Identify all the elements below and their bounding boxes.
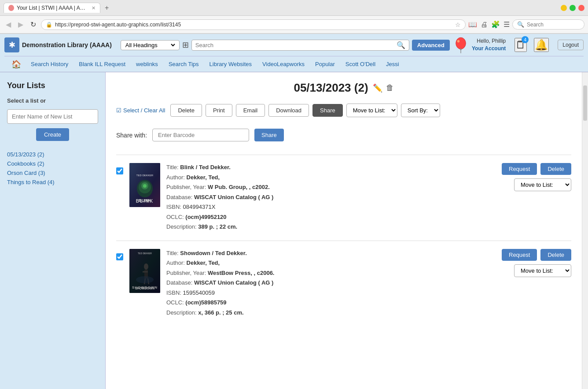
book-item-0: TED DEKKER BLINK Title: Blink / Ted Dekk… — [116, 155, 571, 241]
sidebar-subtitle: Select a list or — [7, 97, 98, 104]
library-name: Demonstration Library (AAAA) — [22, 41, 112, 48]
browser-tab-active[interactable]: Your List | STWI | AAAA | Auto-... ✕ — [4, 3, 100, 13]
share-submit-button[interactable]: Share — [254, 129, 284, 141]
nav-videoleapworks[interactable]: VideoLeapworks — [257, 58, 310, 70]
nav-popular[interactable]: Popular — [310, 58, 340, 70]
nav-home-icon[interactable]: 🏠 — [7, 58, 26, 71]
book-oclc-1: (ocm)58985759 — [185, 299, 226, 306]
book-oclc-line-1: OCLC: (ocm)58985759 — [166, 298, 486, 307]
book-isbn-1: 1595540059 — [183, 289, 215, 296]
move-to-list-select[interactable]: Move to List: — [346, 104, 397, 117]
window-minimize[interactable] — [561, 5, 567, 11]
share-barcode-input[interactable] — [152, 129, 249, 141]
browser-search-box[interactable]: 🔍 — [512, 19, 584, 30]
menu-icon[interactable]: ☰ — [503, 20, 510, 29]
sidebar-list-item-3[interactable]: Things to Read (4) — [7, 178, 98, 187]
extensions-icon[interactable]: 🧩 — [491, 20, 500, 29]
back-button[interactable]: ◀ — [4, 19, 13, 30]
book-desc-1: x, 366 p. ; 25 cm. — [198, 309, 243, 316]
main-content: Your Lists Select a list or Create 05/13… — [0, 72, 588, 389]
select-clear-all-link[interactable]: ☑ Select / Clear All — [116, 107, 165, 114]
browser-toolbar-icons: 📖 🖨 🧩 ☰ — [468, 20, 510, 29]
forward-button[interactable]: ▶ — [16, 19, 26, 30]
list-items: 05/13/2023 (2) Cookbooks (2) Orson Card … — [7, 150, 98, 187]
balloon-svg — [454, 36, 467, 54]
book-item-1: TED DEKKER SHOWDOWN Title: Showdown / Te… — [116, 241, 571, 326]
reader-icon[interactable]: 📖 — [468, 20, 477, 29]
new-list-name-input[interactable] — [7, 109, 98, 124]
select-clear-label: Select / Clear All — [123, 107, 165, 114]
nav-library-websites[interactable]: Library Websites — [204, 58, 257, 70]
scroll-thumb[interactable] — [583, 85, 587, 121]
book-cover-1: TED DEKKER SHOWDOWN — [129, 249, 160, 293]
email-action-button[interactable]: Email — [236, 104, 265, 117]
print-action-button[interactable]: Print — [206, 104, 232, 117]
book-desc-line-1: Description: x, 366 p. ; 25 cm. — [166, 308, 486, 317]
book-checkbox-0[interactable] — [116, 167, 123, 174]
new-tab-button[interactable]: + — [102, 3, 111, 13]
main-search-input[interactable] — [195, 42, 394, 48]
book-delete-button-1[interactable]: Delete — [540, 249, 571, 261]
book-title-line-0: Title: Blink / Ted Dekker. — [166, 163, 486, 172]
app-logo-icon: ✱ — [4, 37, 19, 52]
book-author-line-1: Author: Dekker, Ted, — [166, 259, 486, 267]
vertical-scrollbar[interactable] — [582, 72, 588, 389]
search-submit-button[interactable]: 🔍 — [397, 41, 405, 49]
book-oclc-line-0: OCLC: (ocm)49952120 — [166, 213, 486, 222]
book-info-0: Title: Blink / Ted Dekker. Author: Dekke… — [166, 163, 486, 233]
list-header-icons: ✏️ 🗑 — [373, 83, 394, 93]
book-delete-button-0[interactable]: Delete — [540, 163, 571, 175]
sidebar-list-item-0[interactable]: 05/13/2023 (2) — [7, 150, 98, 159]
user-account-link[interactable]: Your Account — [472, 45, 506, 52]
list-date-title: 05/13/2023 (2) — [294, 81, 368, 95]
create-list-button[interactable]: Create — [36, 128, 69, 141]
book-publisher-0: W Pub. Group, , c2002. — [208, 184, 270, 190]
tab-favicon — [8, 5, 14, 11]
bell-button[interactable]: 🔔 — [534, 38, 549, 52]
print-icon[interactable]: 🖨 — [481, 21, 488, 29]
url-display: https://preprod-stwi-agent.auto-graphics… — [55, 22, 452, 28]
search-area: All Headings ⊞ 🔍 Advanced — [121, 40, 450, 51]
book-move-to-select-1[interactable]: Move to List: — [514, 264, 571, 277]
nav-search-tips[interactable]: Search Tips — [163, 58, 204, 70]
logout-button[interactable]: Logout — [558, 40, 584, 50]
list-delete-icon[interactable]: 🗑 — [386, 83, 394, 93]
nav-weblinks[interactable]: weblinks — [131, 58, 163, 70]
share-action-button[interactable]: Share — [312, 104, 343, 117]
book-checkbox-1[interactable] — [116, 253, 123, 260]
svg-point-9 — [143, 184, 147, 188]
nav-jessi[interactable]: Jessi — [381, 58, 404, 70]
reload-button[interactable]: ↻ — [28, 19, 38, 30]
sidebar-list-item-1[interactable]: Cookbooks (2) — [7, 159, 98, 168]
bookmark-star-icon[interactable]: ☆ — [455, 21, 461, 28]
window-close[interactable] — [578, 5, 584, 11]
book-actions-0: Request Delete Move to List: — [492, 163, 571, 191]
nav-blank-ill[interactable]: Blank ILL Request — [74, 58, 131, 70]
sidebar-list-item-2[interactable]: Orson Card (3) — [7, 168, 98, 178]
download-action-button[interactable]: Download — [268, 104, 309, 117]
tab-close-button[interactable]: ✕ — [92, 5, 96, 11]
database-stack-icon[interactable]: ⊞ — [182, 40, 189, 50]
search-box-wrapper: 🔍 — [191, 40, 409, 51]
heading-select[interactable]: All Headings — [124, 41, 176, 49]
browser-search-input[interactable] — [527, 22, 580, 28]
window-maximize[interactable] — [570, 5, 576, 11]
nav-scott-odell[interactable]: Scott O'Dell — [340, 58, 381, 70]
book-move-to-select-0[interactable]: Move to List: — [514, 178, 571, 191]
delete-action-button[interactable]: Delete — [170, 104, 202, 117]
request-button-0[interactable]: Request — [502, 163, 537, 175]
request-button-1[interactable]: Request — [502, 249, 537, 261]
heading-select-wrapper: All Headings — [121, 40, 180, 50]
nav-search-history[interactable]: Search History — [26, 58, 74, 70]
list-edit-icon[interactable]: ✏️ — [373, 83, 382, 93]
book-database-line-0: Database: WISCAT Union Catalog ( AG ) — [166, 193, 486, 202]
book-action-row-1: Request Delete — [502, 249, 571, 261]
book-isbn-line-0: ISBN: 084994371X — [166, 203, 486, 211]
app-header: ✱ Demonstration Library (AAAA) All Headi… — [0, 34, 588, 72]
book-cover-showdown-svg: TED DEKKER SHOWDOWN — [129, 249, 160, 293]
advanced-search-button[interactable]: Advanced — [412, 40, 450, 51]
sort-by-select[interactable]: Sort By: — [401, 104, 440, 117]
svg-point-18 — [136, 276, 154, 283]
address-bar[interactable]: 🔒 https://preprod-stwi-agent.auto-graphi… — [41, 19, 466, 30]
book-cover-blink-svg: TED DEKKER BLINK — [129, 163, 160, 207]
